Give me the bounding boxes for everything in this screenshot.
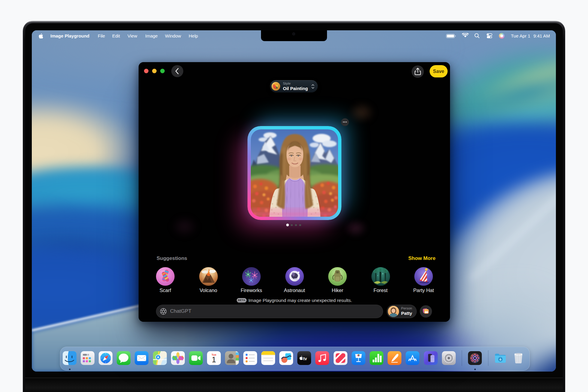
svg-text:tv: tv bbox=[303, 356, 307, 361]
